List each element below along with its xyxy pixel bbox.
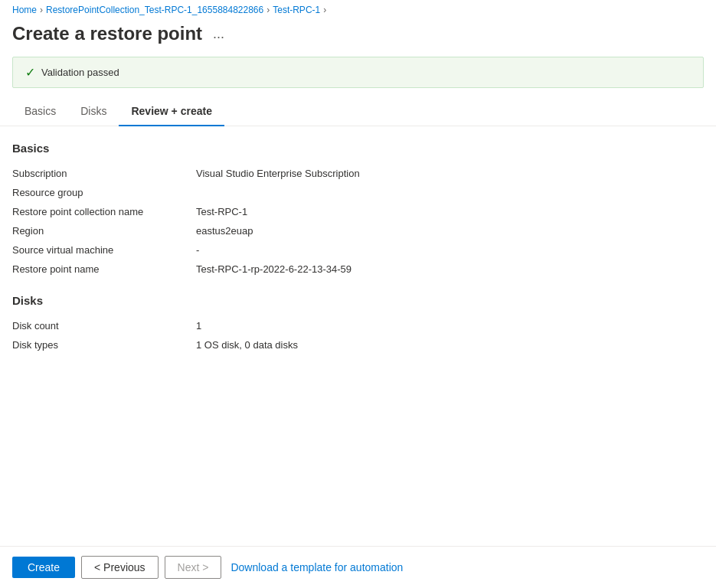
detail-label: Subscription — [12, 164, 196, 183]
detail-value: Visual Studio Enterprise Subscription — [196, 164, 704, 183]
tab-disks[interactable]: Disks — [68, 97, 119, 126]
basics-details: SubscriptionVisual Studio Enterprise Sub… — [12, 164, 704, 279]
detail-value: Test-RPC-1 — [196, 202, 704, 221]
detail-label: Region — [12, 221, 196, 240]
basics-section: Basics SubscriptionVisual Studio Enterpr… — [12, 142, 704, 279]
breadcrumb-rpc[interactable]: RestorePointCollection_Test-RPC-1_165588… — [46, 5, 263, 15]
page-title: Create a restore point — [12, 23, 202, 44]
disks-section: Disks Disk count1Disk types1 OS disk, 0 … — [12, 294, 704, 354]
validation-text: Validation passed — [41, 67, 119, 78]
next-button[interactable]: Next > — [165, 556, 222, 579]
validation-icon: ✓ — [25, 65, 35, 80]
detail-value: Test-RPC-1-rp-2022-6-22-13-34-59 — [196, 260, 704, 279]
tab-basics[interactable]: Basics — [12, 97, 68, 126]
breadcrumb: Home › RestorePointCollection_Test-RPC-1… — [0, 0, 716, 20]
validation-banner: ✓ Validation passed — [12, 57, 704, 88]
breadcrumb-home[interactable]: Home — [12, 5, 37, 15]
detail-label: Disk count — [12, 316, 196, 335]
disks-section-title: Disks — [12, 294, 704, 307]
detail-value: 1 — [196, 316, 704, 335]
detail-value — [196, 183, 704, 202]
footer: Create < Previous Next > Download a temp… — [0, 546, 716, 588]
detail-value: eastus2euap — [196, 221, 704, 240]
detail-label: Restore point name — [12, 260, 196, 279]
page-title-row: Create a restore point ... — [0, 20, 716, 51]
detail-label: Resource group — [12, 183, 196, 202]
breadcrumb-test[interactable]: Test-RPC-1 — [273, 5, 320, 15]
basics-section-title: Basics — [12, 142, 704, 155]
ellipsis-button[interactable]: ... — [208, 24, 229, 44]
tab-review-create[interactable]: Review + create — [119, 97, 224, 126]
disks-details: Disk count1Disk types1 OS disk, 0 data d… — [12, 316, 704, 354]
detail-value: 1 OS disk, 0 data disks — [196, 335, 704, 354]
create-button[interactable]: Create — [12, 557, 75, 578]
detail-value: - — [196, 240, 704, 260]
detail-label: Restore point collection name — [12, 202, 196, 221]
main-content: Basics SubscriptionVisual Studio Enterpr… — [0, 126, 716, 546]
detail-label: Source virtual machine — [12, 240, 196, 260]
template-link[interactable]: Download a template for automation — [227, 557, 406, 578]
tabs: Basics Disks Review + create — [0, 97, 716, 126]
previous-button[interactable]: < Previous — [81, 556, 159, 579]
detail-label: Disk types — [12, 335, 196, 354]
